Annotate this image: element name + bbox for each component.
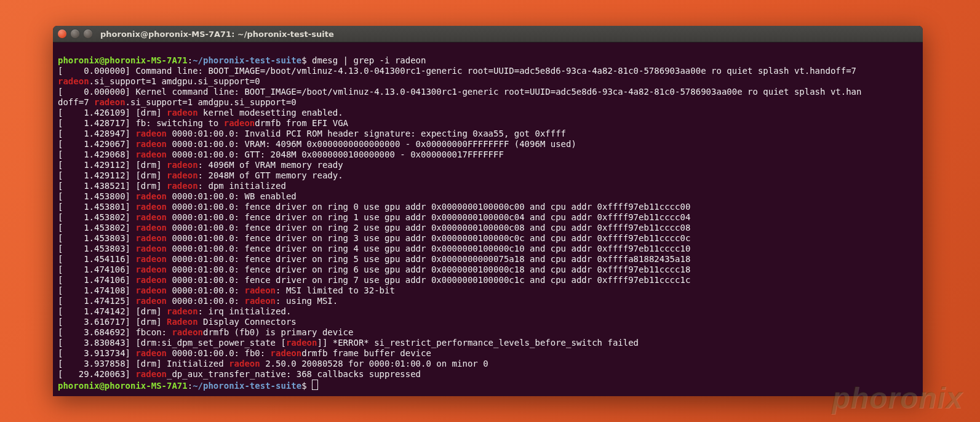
hl-radeon: radeon xyxy=(229,359,260,368)
terminal-body[interactable]: phoronix@phoronix-MS-7A71:~/phoronix-tes… xyxy=(53,42,923,396)
output-line: : 4096M of VRAM memory ready xyxy=(198,160,343,170)
hl-radeon: radeon xyxy=(271,348,302,358)
output-line: 0000:01:00.0: fence driver on ring 2 use… xyxy=(167,223,690,233)
hl-radeon: radeon xyxy=(224,118,255,128)
output-line: 0000:01:00.0: xyxy=(167,296,244,306)
maximize-icon[interactable] xyxy=(84,30,92,38)
output-line: doff=7 xyxy=(58,97,94,107)
output-line: [ 3.830843] [drm:si_dpm_set_power_state … xyxy=(58,338,286,348)
hl-radeon: radeon xyxy=(244,285,276,295)
output-line: 0000:01:00.0: Invalid PCI ROM header sig… xyxy=(167,129,566,138)
hl-radeon: radeon xyxy=(135,265,167,274)
output-line: Display Connectors xyxy=(198,317,297,327)
output-line: [ 1.429112] [drm] xyxy=(58,170,167,180)
output-line: [ 1.438521] [drm] xyxy=(58,181,167,191)
output-line: [ 0.000000] Command line: BOOT_IMAGE=/bo… xyxy=(58,66,861,76)
output-line: [ 1.474108] xyxy=(58,285,135,295)
output-line: [ 1.453803] xyxy=(58,233,135,243)
window-title: phoronix@phoronix-MS-7A71: ~/phoronix-te… xyxy=(100,30,334,39)
output-line: [ 1.453800] xyxy=(58,191,135,201)
output-line: kernel modesetting enabled. xyxy=(198,108,343,117)
output-line: [ 1.474106] xyxy=(58,265,135,274)
output-line: 0000:01:00.0: fence driver on ring 3 use… xyxy=(167,233,690,243)
hl-radeon: radeon xyxy=(94,97,125,107)
output-line: _dp_aux_transfer_native: 368 callbacks s… xyxy=(167,369,421,379)
hl-radeon: radeon xyxy=(135,348,167,358)
hl-radeon: radeon xyxy=(286,338,317,348)
output-line: [ 1.429112] [drm] xyxy=(58,160,167,170)
output-line: 0000:01:00.0: WB enabled xyxy=(167,191,297,201)
prompt-colon: : xyxy=(188,381,193,391)
hl-radeon: radeon xyxy=(244,296,276,306)
output-line: : using MSI. xyxy=(276,296,338,306)
hl-radeon: radeon xyxy=(135,285,167,295)
prompt-path: ~/phoronix-test-suite xyxy=(193,381,301,391)
hl-radeon: radeon xyxy=(135,296,167,306)
hl-radeon: radeon xyxy=(135,244,167,253)
hl-radeon: radeon xyxy=(167,170,198,180)
output-line: 0000:01:00.0: fence driver on ring 6 use… xyxy=(167,265,690,274)
hl-radeon: radeon xyxy=(135,369,167,379)
terminal-window: phoronix@phoronix-MS-7A71: ~/phoronix-te… xyxy=(53,26,923,396)
prompt-user: phoronix@phoronix-MS-7A71 xyxy=(58,381,188,391)
output-line: [ 29.420063] xyxy=(58,369,135,379)
desktop: phoronix@phoronix-MS-7A71: ~/phoronix-te… xyxy=(0,0,980,422)
prompt-dollar: $ xyxy=(301,55,306,65)
output-line: 0000:01:00.0: fence driver on ring 5 use… xyxy=(167,254,690,264)
output-line: [ 1.428717] fb: switching to xyxy=(58,118,224,128)
prompt-path: ~/phoronix-test-suite xyxy=(193,55,301,65)
output-line: [ 1.454116] xyxy=(58,254,135,264)
prompt-colon: : xyxy=(188,55,193,65)
command-text xyxy=(307,55,312,65)
output-line: ]] *ERROR* si_restrict_performance_level… xyxy=(317,338,639,348)
output-line: [ 1.428947] xyxy=(58,129,135,138)
output-line: [ 1.453802] xyxy=(58,212,135,222)
minimize-icon[interactable] xyxy=(71,30,79,38)
hl-Radeon: Radeon xyxy=(167,317,198,327)
close-icon[interactable] xyxy=(58,30,66,38)
output-line: [ 1.453803] xyxy=(58,244,135,253)
hl-radeon: radeon xyxy=(172,327,203,337)
hl-radeon: radeon xyxy=(167,108,198,117)
output-line: 0000:01:00.0: GTT: 2048M 0x0000000100000… xyxy=(167,149,504,159)
hl-radeon: radeon xyxy=(135,233,167,243)
output-line: : dpm initialized xyxy=(198,181,286,191)
output-line: drmfb (fb0) is primary device xyxy=(203,327,353,337)
output-line: [ 0.000000] Kernel command line: BOOT_IM… xyxy=(58,87,861,97)
cursor-icon xyxy=(312,380,318,390)
output-line: 0000:01:00.0: VRAM: 4096M 0x000000000000… xyxy=(167,139,576,149)
space xyxy=(307,381,312,391)
hl-radeon: radeon xyxy=(135,212,167,222)
output-line: 0000:01:00.0: xyxy=(167,285,244,295)
output-line: [ 1.453801] xyxy=(58,202,135,212)
hl-radeon: radeon xyxy=(58,76,89,86)
hl-radeon: radeon xyxy=(135,223,167,233)
output-line: : MSI limited to 32-bit xyxy=(276,285,395,295)
output-line: [ 3.913734] xyxy=(58,348,135,358)
window-titlebar[interactable]: phoronix@phoronix-MS-7A71: ~/phoronix-te… xyxy=(53,26,923,42)
output-line: [ 3.937858] [drm] Initialized xyxy=(58,359,229,368)
output-line: [ 1.474125] xyxy=(58,296,135,306)
command: dmesg | grep -i radeon xyxy=(312,55,426,65)
output-line: [ 3.616717] [drm] xyxy=(58,317,167,327)
output-line: 0000:01:00.0: fb0: xyxy=(167,348,271,358)
hl-radeon: radeon xyxy=(135,191,167,201)
hl-radeon: radeon xyxy=(167,181,198,191)
output-line: [ 1.474106] xyxy=(58,275,135,285)
output-line: [ 1.453802] xyxy=(58,223,135,233)
hl-radeon: radeon xyxy=(167,160,198,170)
output-line: 0000:01:00.0: fence driver on ring 1 use… xyxy=(167,212,690,222)
hl-radeon: radeon xyxy=(135,202,167,212)
output-line: [ 3.684692] fbcon: xyxy=(58,327,172,337)
output-line: 0000:01:00.0: fence driver on ring 0 use… xyxy=(167,202,690,212)
hl-radeon: radeon xyxy=(135,254,167,264)
hl-radeon: radeon xyxy=(135,129,167,138)
output-line: drmfb frame buffer device xyxy=(301,348,431,358)
output-line: 2.50.0 20080528 for 0000:01:00.0 on mino… xyxy=(260,359,488,368)
output-line: 0000:01:00.0: fence driver on ring 4 use… xyxy=(167,244,690,253)
output-line: [ 1.429067] xyxy=(58,139,135,149)
hl-radeon: radeon xyxy=(135,139,167,149)
output-line: .si_support=1 amdgpu.si_support=0 xyxy=(125,97,297,107)
hl-radeon: radeon xyxy=(167,306,198,316)
hl-radeon: radeon xyxy=(135,149,167,159)
